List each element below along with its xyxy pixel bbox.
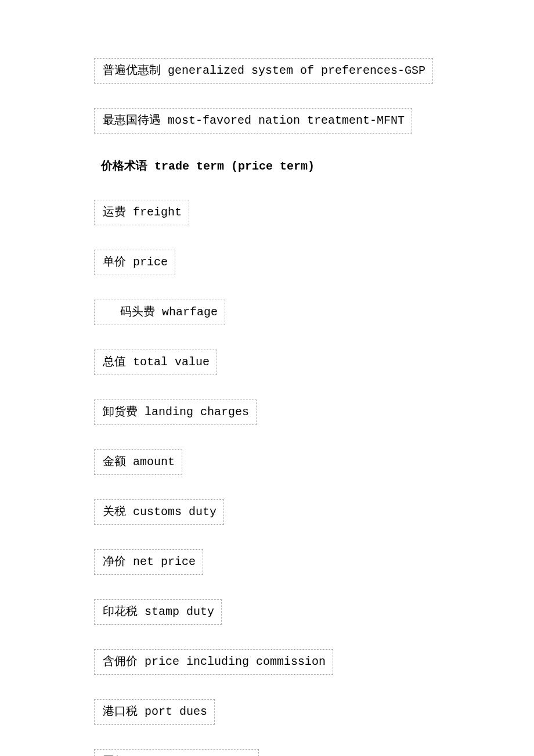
term-wharfage: 码头费 wharfage: [94, 300, 225, 325]
term-return-commission: 回佣 return commission: [94, 749, 259, 756]
term-freight: 运费 freight: [94, 200, 189, 225]
term-amount: 金额 amount: [94, 449, 182, 475]
term-net-price: 净价 net price: [94, 549, 203, 575]
section-heading-price-term: 价格术语 trade term (price term): [94, 158, 440, 175]
term-customs-duty: 关税 customs duty: [94, 499, 224, 525]
term-gsp: 普遍优惠制 generalized system of preferences-…: [94, 58, 433, 84]
term-total-value: 总值 total value: [94, 350, 217, 375]
term-stamp-duty: 印花税 stamp duty: [94, 599, 222, 625]
term-price: 单价 price: [94, 250, 175, 275]
term-port-dues: 港口税 port dues: [94, 699, 215, 725]
term-mfnt: 最惠国待遇 most-favored nation treatment-MFNT: [94, 108, 412, 134]
term-price-including-commission: 含佣价 price including commission: [94, 649, 333, 675]
term-landing-charges: 卸货费 landing charges: [94, 399, 257, 425]
